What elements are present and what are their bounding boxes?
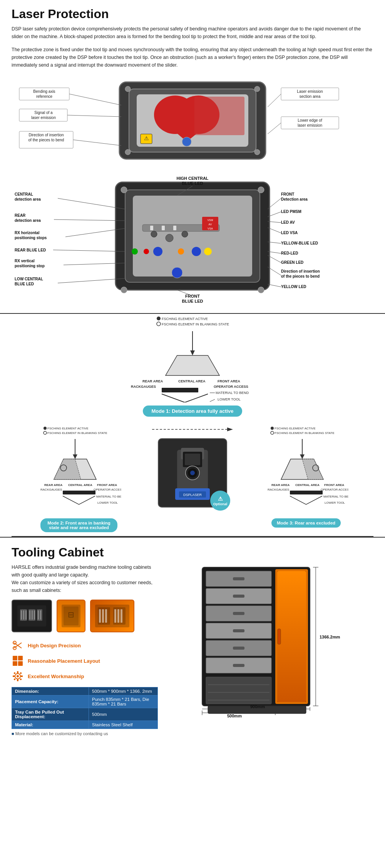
- svg-text:Lower edge of: Lower edge of: [298, 118, 322, 122]
- svg-marker-137: [227, 427, 233, 431]
- svg-rect-39: [162, 226, 165, 230]
- svg-point-102: [157, 317, 161, 320]
- svg-text:Direction of insertion: Direction of insertion: [28, 133, 64, 137]
- svg-rect-205: [13, 678, 16, 680]
- svg-rect-133: [63, 491, 95, 494]
- mode2-svg: FSCHING ELEMENT ACTIVE FSCHING ELEMENT I…: [37, 424, 121, 516]
- svg-rect-201: [13, 675, 15, 677]
- svg-rect-185: [105, 609, 107, 623]
- mode3-svg: FSCHING ELEMENT ACTIVE FSCHING ELEMENT I…: [264, 424, 348, 516]
- svg-rect-206: [20, 678, 22, 680]
- svg-text:CENTRAL AREA: CENTRAL AREA: [68, 483, 92, 487]
- svg-point-55: [121, 187, 127, 193]
- svg-rect-13: [194, 97, 244, 135]
- modes-section: FSCHING ELEMENT ACTIVE FSCHING ELEMENT I…: [0, 314, 385, 532]
- svg-point-57: [121, 287, 127, 293]
- svg-line-118: [210, 399, 215, 402]
- gear-icon: [12, 670, 23, 682]
- diagram1-container: ⚠ Bending axis reference Signal of a las…: [12, 74, 373, 171]
- spec-label-tray: Tray Can Be Pulled Out Displacement:: [12, 708, 89, 721]
- svg-rect-173: [32, 610, 33, 620]
- grid-icon: [12, 655, 23, 667]
- svg-text:FSCHING ELEMENT ACTIVE: FSCHING ELEMENT ACTIVE: [47, 427, 89, 430]
- spec-row-tray: Tray Can Be Pulled Out Displacement: 500…: [12, 708, 158, 721]
- svg-rect-172: [29, 610, 30, 620]
- svg-point-150: [271, 431, 274, 434]
- svg-rect-203: [13, 672, 16, 674]
- svg-text:laser emission: laser emission: [298, 123, 322, 127]
- svg-text:section area: section area: [300, 94, 321, 99]
- mini-cabinet-1: [12, 600, 52, 632]
- optional-text: Optional: [213, 502, 228, 506]
- svg-point-52: [144, 249, 149, 254]
- laser-protection-section: Laser Protection DSP laser safety protec…: [0, 0, 385, 314]
- svg-point-56: [258, 187, 264, 193]
- svg-text:RACKGAUGES: RACKGAUGES: [40, 488, 62, 491]
- svg-text:LED PMSM: LED PMSM: [281, 209, 301, 214]
- svg-text:of the pieces to bend: of the pieces to bend: [28, 138, 64, 142]
- spec-label-material: Material:: [12, 721, 89, 729]
- svg-text:FSCHING ELEMENT IN BLANKING ST: FSCHING ELEMENT IN BLANKING STATE: [275, 431, 335, 435]
- mode3-col: FSCHING ELEMENT ACTIVE FSCHING ELEMENT I…: [239, 424, 373, 528]
- feature-precision: High Design Precision: [12, 639, 158, 652]
- svg-rect-218: [233, 577, 244, 580]
- svg-text:LOWER TOOL: LOWER TOOL: [97, 501, 118, 504]
- svg-point-8: [182, 137, 191, 146]
- mode2-label: Mode 2: Front area in banking state and …: [40, 518, 117, 532]
- svg-text:500mm: 500mm: [227, 714, 242, 717]
- spec-row-capacity: Placement Capacity: Punch 835mm * 21 Bar…: [12, 695, 158, 708]
- svg-point-11: [125, 149, 131, 155]
- svg-text:CENTRAL AREA: CENTRAL AREA: [295, 483, 320, 487]
- scissors-icon: [12, 640, 23, 651]
- svg-marker-108: [166, 355, 219, 375]
- svg-text:laser emission: laser emission: [31, 116, 56, 120]
- svg-text:CENTRAL AREA: CENTRAL AREA: [178, 379, 206, 383]
- svg-line-72: [53, 250, 125, 251]
- svg-point-147: [190, 471, 195, 475]
- svg-text:YELLOW-BLUE LED: YELLOW-BLUE LED: [281, 241, 318, 245]
- tooling-right-col: 1366.2mm 500mm 900mm: [169, 563, 373, 719]
- svg-point-148: [271, 427, 274, 430]
- svg-point-191: [13, 641, 16, 644]
- svg-rect-202: [21, 675, 23, 677]
- svg-text:CENTRAL: CENTRAL: [15, 192, 33, 196]
- mode-center-col: DSPLASER ⚠ Optional: [150, 424, 235, 508]
- svg-text:RX horizontal: RX horizontal: [15, 231, 40, 235]
- svg-rect-176: [40, 610, 41, 620]
- svg-text:reference: reference: [36, 94, 53, 99]
- svg-rect-199: [17, 671, 18, 673]
- svg-point-121: [44, 431, 47, 434]
- modes-row: FSCHING ELEMENT ACTIVE FSCHING ELEMENT I…: [12, 424, 373, 532]
- svg-text:Signal of a: Signal of a: [34, 111, 53, 115]
- svg-line-17: [69, 94, 121, 105]
- svg-rect-221: [233, 629, 244, 632]
- svg-text:HIGH CENTRAL: HIGH CENTRAL: [176, 176, 208, 181]
- svg-line-29: [268, 94, 281, 107]
- svg-rect-186: [114, 609, 116, 623]
- svg-text:LOWER TOOL: LOWER TOOL: [218, 397, 241, 401]
- svg-rect-174: [34, 610, 35, 620]
- svg-text:BLUE LED: BLUE LED: [182, 299, 203, 303]
- svg-rect-169: [21, 610, 22, 620]
- svg-text:LOWER TOOL: LOWER TOOL: [325, 501, 345, 504]
- placement-text: Reasonable Placement Layout: [28, 658, 100, 664]
- svg-text:REAR AREA: REAR AREA: [44, 483, 62, 487]
- machine-photo: DSPLASER ⚠ Optional: [158, 438, 227, 508]
- svg-rect-196: [18, 661, 23, 666]
- tooling-title: Tooling Cabinet: [12, 545, 373, 560]
- laser-title: Laser Protection: [12, 7, 373, 21]
- svg-text:positioning stop: positioning stop: [15, 264, 45, 268]
- svg-rect-210: [277, 571, 306, 702]
- svg-text:YELLOW LED: YELLOW LED: [281, 285, 306, 289]
- svg-text:VSA: VSA: [208, 227, 213, 230]
- mini-cabinet-2: ⊟: [57, 600, 85, 632]
- svg-point-43: [182, 231, 188, 237]
- svg-text:FRONT: FRONT: [281, 192, 294, 196]
- laser-desc1: DSP laser safety protection device compr…: [12, 25, 373, 40]
- svg-text:RACKGAUGES: RACKGAUGES: [131, 385, 156, 389]
- svg-text:of the pieces to bend: of the pieces to bend: [281, 274, 320, 278]
- svg-text:FRONT AREA: FRONT AREA: [324, 483, 344, 487]
- workmanship-text: Excellent Workmanship: [28, 674, 84, 679]
- svg-rect-200: [17, 679, 18, 681]
- svg-point-51: [204, 248, 212, 255]
